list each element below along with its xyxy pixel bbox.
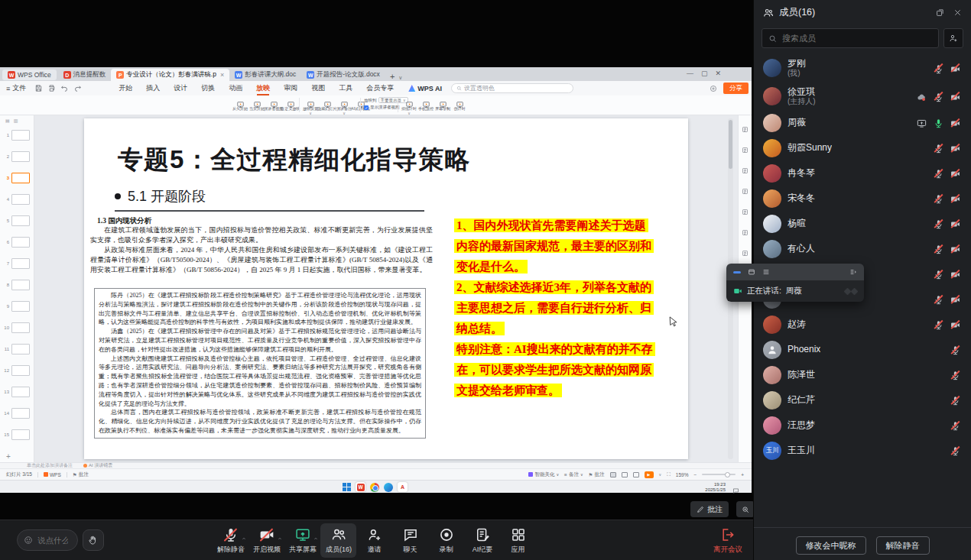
- ribbon-button[interactable]: 屏幕录制: [434, 96, 451, 112]
- ribbon-tab-7[interactable]: 视图: [304, 81, 332, 95]
- window-layout-icon[interactable]: [748, 268, 755, 276]
- mic-muted-icon[interactable]: [934, 92, 943, 102]
- wps-document-tab[interactable]: W彭春讲课大纲.doc: [229, 69, 301, 81]
- presenter-view-checkbox[interactable]: ✓: [364, 105, 369, 110]
- mic-muted-icon[interactable]: [950, 345, 960, 354]
- ribbon-tab-8[interactable]: 工具: [332, 81, 359, 95]
- undo-icon[interactable]: [60, 84, 69, 92]
- ribbon-button[interactable]: 放映设置∨: [302, 96, 319, 115]
- toolbar-mic-button[interactable]: 解除静音: [213, 523, 248, 558]
- chat-text-field[interactable]: [36, 535, 70, 545]
- toolbar-chat-button[interactable]: 聊天: [392, 523, 428, 558]
- toolbar-monitor-up-button[interactable]: 共享屏幕: [284, 523, 320, 558]
- ribbon-button[interactable]: 自定义放映: [282, 96, 299, 112]
- slide-thumbnail-1[interactable]: 1: [0, 125, 34, 146]
- member-row[interactable]: 陈泽世: [754, 362, 971, 387]
- ribbon-tab-9[interactable]: 会员专享: [359, 81, 401, 95]
- status-item[interactable]: WPS: [44, 472, 61, 477]
- slide-thumbnail-4[interactable]: 4: [0, 189, 34, 210]
- camera-off-icon[interactable]: [950, 143, 960, 153]
- camera-off-icon[interactable]: [950, 118, 960, 128]
- slide-thumbnail-3[interactable]: 3: [0, 167, 34, 189]
- sidebar-tool-icon[interactable]: [742, 143, 749, 157]
- chrome-icon[interactable]: [370, 483, 379, 492]
- raise-hand-button[interactable]: [83, 529, 104, 551]
- tab-list-caret-icon[interactable]: ∨: [398, 75, 402, 81]
- ribbon-button[interactable]: 手机遥控: [417, 96, 434, 112]
- member-row[interactable]: 玉川王玉川: [754, 438, 971, 463]
- notes-button[interactable]: ≡备注∨: [564, 471, 583, 478]
- file-menu[interactable]: ≡ 文件: [0, 83, 32, 93]
- rename-button[interactable]: 修改会中昵称: [796, 536, 866, 555]
- slide-thumbnail-2[interactable]: 2: [0, 146, 34, 167]
- popout-panel-icon[interactable]: [936, 8, 944, 17]
- chevron-up-icon[interactable]: [278, 530, 282, 535]
- mic-muted-icon[interactable]: [934, 244, 943, 254]
- toolbar-apps-button[interactable]: 应用: [500, 523, 536, 558]
- taskbar-app-icon[interactable]: A: [398, 482, 408, 492]
- sidebar-tool-icon[interactable]: [742, 122, 749, 136]
- mic-muted-icon[interactable]: [934, 193, 943, 203]
- comment-button[interactable]: ⚑批注: [589, 471, 605, 478]
- zoom-out-button[interactable]: −: [693, 472, 697, 477]
- member-row[interactable]: 杨暄: [754, 211, 971, 236]
- notification-icon[interactable]: [732, 484, 739, 490]
- taskbar-clock[interactable]: 19:23 2025/1/25: [705, 482, 726, 492]
- slides-view-icon[interactable]: ▥: [14, 118, 18, 123]
- camera-off-icon[interactable]: [950, 193, 960, 203]
- ribbon-tab-1[interactable]: 插入: [139, 81, 167, 95]
- slide-thumbnail-9[interactable]: 9: [0, 296, 34, 317]
- list-layout-icon[interactable]: [762, 268, 770, 276]
- mic-muted-icon[interactable]: [934, 269, 943, 279]
- expand-panel-icon[interactable]: [849, 268, 857, 276]
- slide-thumbnail-14[interactable]: 14: [0, 403, 34, 424]
- chevron-up-icon[interactable]: [313, 530, 318, 535]
- toolbar-cam-button[interactable]: 开启视频: [248, 523, 284, 558]
- slideshow-play-button[interactable]: ▶: [645, 471, 654, 478]
- slide-thumbnail-6[interactable]: 6: [0, 231, 34, 253]
- camera-off-icon[interactable]: [950, 218, 960, 228]
- zoom-in-view-button[interactable]: [736, 501, 755, 517]
- ribbon-button[interactable]: 倒计时: [451, 96, 468, 112]
- member-row[interactable]: 罗刚(我): [754, 53, 971, 83]
- slide-thumbnail-7[interactable]: 7: [0, 253, 34, 274]
- annotate-button[interactable]: 批注: [690, 501, 729, 517]
- member-row[interactable]: 朝霞Sunny: [754, 135, 971, 160]
- quick-chat-input[interactable]: [17, 529, 78, 551]
- reading-view-icon[interactable]: [633, 472, 639, 477]
- wps-document-tab[interactable]: D消息提醒数: [58, 69, 112, 81]
- toolbar-person-add-button[interactable]: 邀请: [356, 523, 392, 558]
- slide-thumbnail-11[interactable]: 11: [0, 338, 34, 360]
- command-search[interactable]: 设置透明色: [451, 83, 573, 93]
- ribbon-button[interactable]: 当页开始: [248, 96, 265, 112]
- zoom-in-button[interactable]: +: [741, 472, 744, 477]
- slide-canvas[interactable]: 专题5：全过程精细化指导策略 5.1 开题阶段 1.3 国内现状分析 在建筑工程…: [84, 118, 688, 459]
- chevron-up-icon[interactable]: [242, 530, 246, 535]
- slide-thumbnail-5[interactable]: 5: [0, 210, 34, 231]
- camera-off-icon[interactable]: [950, 168, 960, 178]
- mic-muted-icon[interactable]: [934, 143, 943, 153]
- toolbar-people-button[interactable]: 成员(16): [320, 523, 356, 558]
- member-row[interactable]: 纪仁芹: [754, 387, 971, 413]
- member-row[interactable]: 徐亚琪(主持人): [754, 83, 971, 110]
- minimize-icon[interactable]: —: [687, 70, 693, 77]
- wps-taskbar-icon[interactable]: W: [356, 482, 365, 492]
- mic-muted-icon[interactable]: [934, 63, 943, 73]
- mic-muted-icon[interactable]: [934, 218, 943, 228]
- slide-thumbnail-15[interactable]: 15: [0, 424, 34, 445]
- close-tab-icon[interactable]: ×: [220, 71, 224, 79]
- mic-muted-icon[interactable]: [934, 319, 943, 329]
- wps-document-tab[interactable]: W开题报告-论文版.docx: [301, 69, 385, 81]
- camera-off-icon[interactable]: [950, 294, 960, 304]
- slide-thumbnail-10[interactable]: 10: [0, 317, 34, 338]
- member-row[interactable]: 周薇: [754, 110, 971, 135]
- cloud-recording-icon[interactable]: [917, 92, 927, 102]
- zoom-slider[interactable]: [702, 474, 736, 475]
- new-tab-button[interactable]: +: [390, 72, 395, 81]
- toolbar-record-button[interactable]: 录制: [428, 523, 464, 558]
- minimize-bar-icon[interactable]: [733, 271, 741, 274]
- ribbon-tab-4[interactable]: 动画: [222, 81, 249, 95]
- member-row[interactable]: Phoenix: [754, 337, 971, 362]
- sidebar-tool-icon[interactable]: [742, 246, 749, 260]
- wps-document-tab[interactable]: P专业设计（论文）彭春满讲稿.p×: [111, 69, 229, 81]
